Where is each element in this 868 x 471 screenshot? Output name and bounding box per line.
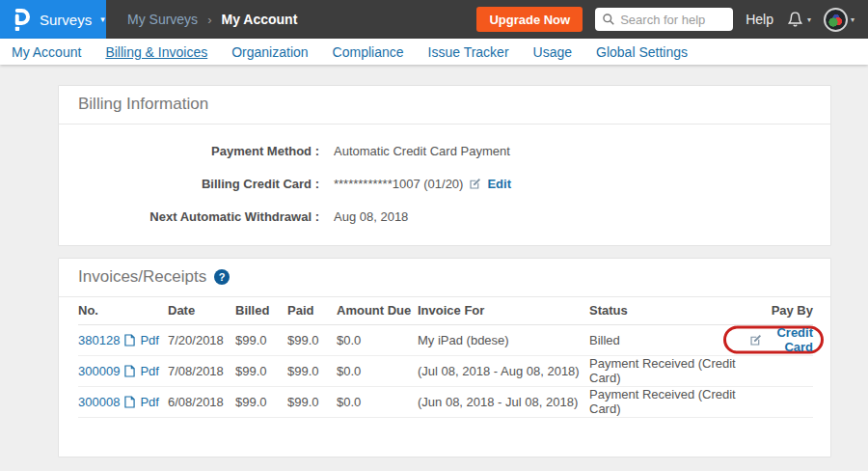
invoice-billed: $99.0 (235, 386, 287, 417)
pdf-document-icon (124, 396, 135, 408)
table-row: 380128 Pdf 7/20/2018 $99.0 $99.0 $0 (78, 324, 813, 355)
pay-by-empty (749, 355, 813, 386)
pay-by-credit-card-link[interactable]: Credit Card (749, 325, 813, 354)
chevron-down-icon: ▾ (807, 15, 811, 24)
invoice-billed: $99.0 (235, 355, 287, 386)
card-number-masked: ************1007 (01/20) (334, 177, 463, 191)
questionpro-logo-icon (13, 8, 31, 32)
tab-usage[interactable]: Usage (533, 44, 572, 60)
pdf-document-icon (124, 365, 135, 377)
invoice-paid: $99.0 (287, 355, 337, 386)
app-root: Surveys ▾ My Surveys › My Account Upgrad… (0, 0, 868, 457)
invoice-number-link[interactable]: 300008 (78, 395, 120, 409)
breadcrumb-my-surveys[interactable]: My Surveys (127, 12, 198, 27)
tab-billing-invoices[interactable]: Billing & Invoices (105, 44, 207, 60)
invoice-date: 7/20/2018 (168, 324, 235, 355)
billing-information-header: Billing Information (59, 86, 830, 125)
invoice-status: Payment Received (Credit Card) (589, 386, 749, 417)
help-link[interactable]: Help (746, 12, 773, 27)
notifications-button[interactable]: ▾ (786, 11, 811, 29)
pdf-link[interactable]: Pdf (140, 364, 159, 378)
tab-global-settings[interactable]: Global Settings (596, 44, 688, 60)
col-header-amount-due: Amount Due (337, 297, 418, 324)
upgrade-now-button[interactable]: Upgrade Now (476, 7, 583, 32)
tab-compliance[interactable]: Compliance (333, 44, 404, 60)
page-content: Billing Information Payment Method : Aut… (0, 65, 868, 457)
invoice-date: 7/08/2018 (168, 355, 235, 386)
breadcrumb: My Surveys › My Account (127, 12, 297, 27)
chevron-down-icon: ▾ (851, 15, 854, 24)
billing-information-card: Billing Information Payment Method : Aut… (58, 85, 831, 246)
invoice-number-link[interactable]: 380128 (78, 333, 120, 347)
invoice-number-link[interactable]: 300009 (78, 364, 120, 378)
invoice-for: (Jul 08, 2018 - Aug 08, 2018) (418, 355, 589, 386)
billing-credit-card-label: Billing Credit Card : (59, 177, 319, 191)
table-header-row: No. Date Billed Paid Amount Due Invoice … (78, 297, 813, 324)
invoice-for: (Jun 08, 2018 - Jul 08, 2018) (418, 386, 589, 417)
edit-icon (749, 334, 762, 346)
topbar-actions: Upgrade Now Help ▾ (476, 7, 868, 32)
search-icon (602, 13, 615, 26)
pay-by-label: Credit Card (767, 325, 813, 354)
col-header-billed: Billed (235, 297, 287, 324)
col-header-paid: Paid (287, 297, 337, 324)
pdf-document-icon (124, 334, 135, 346)
top-header: Surveys ▾ My Surveys › My Account Upgrad… (0, 0, 868, 39)
chevron-right-icon: › (207, 13, 211, 27)
tab-issue-tracker[interactable]: Issue Tracker (428, 44, 509, 60)
breadcrumb-current: My Account (221, 12, 297, 27)
avatar (824, 8, 848, 32)
invoice-status: Payment Received (Credit Card) (589, 355, 749, 386)
tab-my-account[interactable]: My Account (12, 44, 81, 60)
account-menu[interactable]: ▾ (824, 8, 854, 32)
next-withdrawal-label: Next Automatic Withdrawal : (59, 209, 319, 224)
edit-credit-card-link[interactable]: Edit (487, 177, 511, 191)
bell-icon (786, 11, 804, 29)
col-header-date: Date (168, 297, 235, 324)
search-input[interactable] (595, 8, 733, 31)
pdf-link[interactable]: Pdf (140, 395, 159, 409)
invoices-table-wrap: No. Date Billed Paid Amount Due Invoice … (59, 297, 830, 457)
invoice-amount-due: $0.0 (337, 324, 418, 355)
payment-method-row: Payment Method : Automatic Credit Card P… (59, 134, 830, 167)
edit-icon (469, 178, 481, 190)
invoice-amount-due: $0.0 (337, 355, 418, 386)
invoices-title: Invoices/Receipts (78, 267, 206, 287)
invoices-header: Invoices/Receipts ? (59, 259, 830, 297)
table-row: 300008 Pdf 6/08/2018 $99.0 $99.0 $0 (78, 386, 813, 417)
payment-method-label: Payment Method : (59, 144, 319, 158)
invoice-paid: $99.0 (287, 324, 337, 355)
section-tabs: My Account Billing & Invoices Organizati… (0, 39, 868, 65)
product-menu-label: Surveys (40, 12, 92, 28)
next-withdrawal-value: Aug 08, 2018 (334, 209, 408, 224)
invoice-amount-due: $0.0 (337, 386, 418, 417)
invoice-for: My iPad (bdese) (418, 324, 589, 355)
billing-credit-card-row: Billing Credit Card : ************1007 (… (59, 167, 830, 200)
pay-by-empty (749, 386, 813, 417)
pdf-link[interactable]: Pdf (140, 333, 159, 347)
col-header-status: Status (589, 297, 749, 324)
chevron-down-icon: ▾ (100, 15, 105, 24)
billing-credit-card-value: ************1007 (01/20) Edit (334, 177, 511, 191)
billing-information-title: Billing Information (78, 95, 208, 114)
table-row: 300009 Pdf 7/08/2018 $99.0 $99.0 $0 (78, 355, 813, 386)
help-search (595, 8, 733, 31)
invoices-table: No. Date Billed Paid Amount Due Invoice … (78, 297, 813, 418)
col-header-no: No. (78, 297, 168, 324)
tab-organization[interactable]: Organization (231, 44, 308, 60)
invoice-status: Billed (589, 324, 749, 355)
invoices-card: Invoices/Receipts ? No. Date Billed Paid (58, 258, 831, 457)
invoice-billed: $99.0 (235, 324, 287, 355)
col-header-pay-by: Pay By (749, 297, 813, 324)
payment-method-value: Automatic Credit Card Payment (334, 144, 510, 158)
product-menu[interactable]: Surveys ▾ (0, 0, 106, 39)
invoice-paid: $99.0 (287, 386, 337, 417)
next-withdrawal-row: Next Automatic Withdrawal : Aug 08, 2018 (59, 200, 830, 233)
col-header-invoice-for: Invoice For (418, 297, 589, 324)
billing-fields: Payment Method : Automatic Credit Card P… (59, 125, 830, 245)
invoice-date: 6/08/2018 (168, 386, 235, 417)
help-circle-icon[interactable]: ? (214, 269, 230, 285)
